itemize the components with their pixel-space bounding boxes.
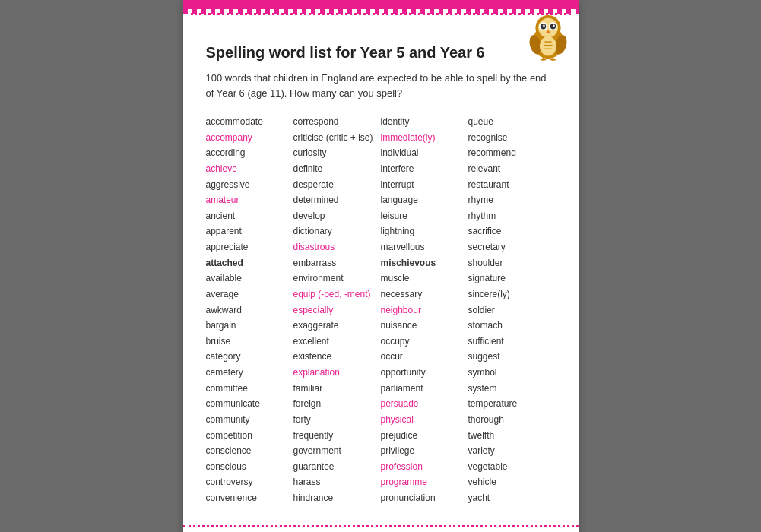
word-item: correspond [293, 114, 377, 130]
word-item: curiosity [293, 145, 377, 161]
word-item: equip (-ped, -ment) [293, 287, 377, 302]
word-item: mischievous [381, 255, 465, 271]
word-item: rhythm [468, 208, 552, 224]
word-item: privilege [381, 443, 465, 459]
column-1: accommodateaccompanyaccordingachieveaggr… [206, 114, 293, 506]
word-item: dictionary [293, 223, 377, 239]
word-item: familiar [293, 381, 377, 397]
word-item: apparent [206, 223, 290, 239]
word-item: yacht [468, 490, 552, 506]
page-container: Spelling word list for Year 5 and Year 6… [183, 0, 579, 532]
word-item: frequently [293, 428, 377, 444]
word-item: muscle [381, 271, 465, 287]
column-2: correspondcriticise (critic + ise)curios… [293, 114, 381, 506]
word-item: individual [381, 145, 465, 161]
word-item: restaurant [468, 177, 552, 193]
word-item: aggressive [206, 177, 290, 193]
word-item: necessary [381, 287, 465, 302]
word-item: explanation [293, 365, 377, 381]
word-item: interfere [381, 161, 465, 177]
column-4: queuerecogniserecommendrelevantrestauran… [468, 114, 556, 506]
word-item: interrupt [381, 177, 465, 193]
word-item: lightning [381, 223, 465, 239]
svg-point-10 [553, 24, 555, 27]
word-item: leisure [381, 208, 465, 224]
word-item: foreign [293, 396, 377, 412]
word-item: temperature [468, 396, 552, 412]
word-item: controversy [206, 474, 290, 490]
word-item: system [468, 381, 552, 397]
word-item: definite [293, 161, 377, 177]
word-item: vegetable [468, 459, 552, 475]
owl-icon [525, 15, 571, 61]
word-item: physical [381, 412, 465, 428]
page-title: Spelling word list for Year 5 and Year 6 [206, 44, 556, 62]
word-item: immediate(ly) [381, 130, 465, 146]
word-item: occupy [381, 334, 465, 350]
word-item: nuisance [381, 318, 465, 334]
word-item: disastrous [293, 239, 377, 255]
word-item: category [206, 349, 290, 365]
content-area: Spelling word list for Year 5 and Year 6… [183, 21, 579, 514]
word-item: marvellous [381, 239, 465, 255]
word-item: queue [468, 114, 552, 130]
word-item: rhyme [468, 192, 552, 208]
word-item: available [206, 271, 290, 287]
word-item: guarantee [293, 459, 377, 475]
word-item: forty [293, 412, 377, 428]
svg-line-20 [540, 59, 543, 60]
word-item: sacrifice [468, 223, 552, 239]
word-item: signature [468, 271, 552, 287]
word-item: excellent [293, 334, 377, 350]
word-item: especially [293, 302, 377, 318]
top-border [183, 0, 579, 9]
word-item: identity [381, 114, 465, 130]
svg-line-22 [550, 59, 553, 60]
column-3: identityimmediate(ly)individualinterfere… [381, 114, 468, 506]
word-item: cemetery [206, 365, 290, 381]
word-item: desperate [293, 177, 377, 193]
word-item: bruise [206, 334, 290, 350]
word-item: profession [381, 459, 465, 475]
word-item: committee [206, 381, 290, 397]
word-item: sincere(ly) [468, 287, 552, 302]
word-item: conscious [206, 459, 290, 475]
word-item: soldier [468, 302, 552, 318]
svg-line-21 [543, 59, 546, 60]
word-item: bargain [206, 318, 290, 334]
svg-line-23 [553, 59, 556, 60]
word-item: language [381, 192, 465, 208]
word-item: attached [206, 255, 290, 271]
word-item: secretary [468, 239, 552, 255]
word-item: prejudice [381, 428, 465, 444]
word-item: opportunity [381, 365, 465, 381]
word-item: vehicle [468, 474, 552, 490]
svg-point-14 [539, 36, 556, 56]
word-item: recommend [468, 145, 552, 161]
word-item: criticise (critic + ise) [293, 130, 377, 146]
word-item: appreciate [206, 239, 290, 255]
word-item: accompany [206, 130, 290, 146]
word-item: recognise [468, 130, 552, 146]
word-item: stomach [468, 318, 552, 334]
word-item: twelfth [468, 428, 552, 444]
word-item: convenience [206, 490, 290, 506]
word-item: pronunciation [381, 490, 465, 506]
word-item: suggest [468, 349, 552, 365]
word-item: thorough [468, 412, 552, 428]
svg-point-9 [543, 24, 545, 27]
word-item: ancient [206, 208, 290, 224]
word-item: government [293, 443, 377, 459]
word-item: develop [293, 208, 377, 224]
word-item: symbol [468, 365, 552, 381]
word-item: variety [468, 443, 552, 459]
word-item: relevant [468, 161, 552, 177]
word-item: competition [206, 428, 290, 444]
word-item: sufficient [468, 334, 552, 350]
word-item: shoulder [468, 255, 552, 271]
word-item: hindrance [293, 490, 377, 506]
word-item: accommodate [206, 114, 290, 130]
word-item: community [206, 412, 290, 428]
word-item: occur [381, 349, 465, 365]
word-item: harass [293, 474, 377, 490]
